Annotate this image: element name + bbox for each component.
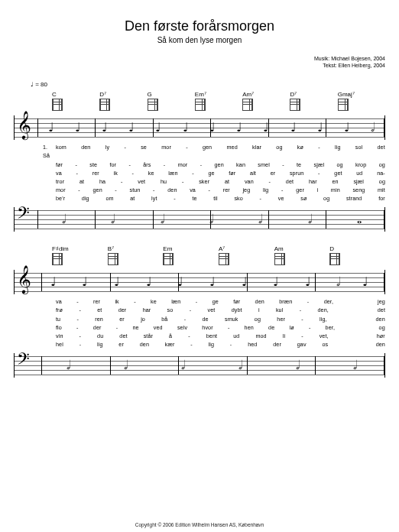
syllable: krop [355, 161, 366, 169]
syllable: det [378, 306, 385, 314]
syllable: bent [206, 332, 217, 340]
syllable: tror [56, 177, 64, 186]
syllable: - [209, 186, 211, 194]
bass-staff-wrap: 𝅗𝅥𝅗𝅥𝅗𝅥𝅗𝅥𝅗𝅥𝅗𝅥𝅝 [14, 207, 385, 232]
syllable: kul [276, 306, 284, 314]
syllable: det [286, 177, 294, 186]
chord-diagram-icon [108, 253, 118, 265]
syllable: og [379, 177, 385, 186]
syllable: ha [99, 177, 105, 186]
syllable: selv [177, 323, 187, 332]
syllable: ke [148, 169, 154, 177]
syllable: sko [234, 194, 243, 203]
credit-text: Tekst: Ellen Heiberg, 2004 [14, 62, 385, 69]
syllable: års [143, 161, 151, 169]
chord: G [148, 91, 195, 112]
syllable: ly [105, 143, 109, 160]
syllable: den [167, 186, 177, 194]
syllable: bå [161, 315, 167, 323]
syllable: - [228, 323, 230, 332]
chord-diagram-icon [290, 99, 300, 111]
syllable: og [379, 161, 385, 169]
syllable: va [56, 297, 62, 306]
syllable: - [128, 161, 131, 169]
syllable: før [233, 297, 240, 306]
syllable: ved [154, 323, 163, 332]
chord: D⁷ [99, 91, 147, 112]
syllable: va [190, 186, 196, 194]
syllable: sker [199, 177, 209, 186]
syllable: mod [255, 332, 266, 340]
syllable: stun [129, 186, 140, 194]
chord: C [52, 91, 99, 112]
syllable: tu [56, 315, 60, 323]
syllable: hør [377, 332, 385, 340]
syllable: en [332, 177, 338, 186]
syllable: - [75, 161, 77, 169]
syllable: gen [92, 186, 102, 194]
syllable: der, [324, 297, 333, 306]
lyric-line: 1. Så komdenly-semor-genmedklarogkø-ligs… [43, 143, 385, 160]
chord-diagram-icon [242, 99, 253, 111]
syllable: ik [115, 297, 118, 306]
syllable: ne [132, 323, 138, 332]
note-icons: 𝅗𝅥𝅗𝅥𝅗𝅥𝅗𝅥𝅗𝅥𝅗𝅥𝅝 [37, 207, 381, 232]
chord-diagram-icon [195, 99, 206, 111]
syllable: - [192, 169, 194, 177]
syllable: er [119, 315, 125, 323]
syllable: hel [56, 340, 63, 349]
note-icons: 𝅗𝅥𝅗𝅥𝅗𝅥𝅗𝅥𝅗𝅥𝅗𝅥 [37, 353, 381, 378]
syllable: sprun [290, 169, 303, 177]
chord-diagram-icon [148, 99, 158, 111]
syllable: - [115, 186, 117, 194]
syllable: vet, [320, 332, 329, 340]
syllable: og [276, 143, 282, 160]
chord: Em [163, 245, 219, 267]
syllable: den [376, 315, 385, 323]
chord: B⁷ [108, 245, 164, 267]
grand-staff: ♩♩♩♩♩♩♩♩♩♩♩♩𝅗𝅥 [14, 115, 385, 140]
note-icons: ♩♩♩♩♩♩♩♩♩𝅗𝅥♩ [37, 270, 381, 294]
sheet-title: Den første forårsmorgen [14, 18, 385, 34]
syllable: står [144, 332, 153, 340]
syllable: og [255, 315, 261, 323]
chord-diagram-icon [52, 253, 63, 265]
syllable: sol [355, 143, 363, 160]
syllable: mor [56, 186, 66, 194]
syllable: læn [171, 297, 180, 306]
syllable: smel [258, 161, 270, 169]
syllable: bræn [279, 297, 292, 306]
syllable: hen [245, 323, 254, 332]
syllable: gen [214, 161, 223, 169]
syllable: den [140, 340, 149, 349]
syllable: kær [165, 340, 175, 349]
syllable: til [213, 194, 218, 203]
syllable: for [109, 161, 116, 169]
syllable: te [192, 194, 196, 203]
syllable: har [143, 306, 151, 314]
syllable: - [190, 306, 192, 314]
syllable: før [229, 169, 235, 177]
syllable: sjæl [314, 161, 325, 169]
syllable: - [300, 306, 302, 314]
syllable: i [317, 186, 319, 194]
syllable: der [273, 340, 281, 349]
syllable: lig [209, 340, 215, 349]
syllable: lig [335, 143, 341, 160]
syllable: - [301, 315, 303, 323]
syllable: - [282, 161, 284, 169]
syllable: - [76, 323, 79, 332]
syllable: - [182, 177, 184, 186]
syllable: mor [178, 161, 188, 169]
syllable: - [79, 332, 82, 340]
syllable: dig [82, 194, 89, 203]
syllable: mor [161, 143, 171, 160]
syllable: mit [378, 186, 385, 194]
syllable: - [153, 186, 155, 194]
syllable: alt [250, 169, 256, 177]
bass-staff-wrap: 𝅗𝅥𝅗𝅥𝅗𝅥𝅗𝅥𝅗𝅥𝅗𝅥 [14, 353, 385, 378]
sheet-subtitle: Så kom den lyse morgen [14, 36, 385, 44]
syllable: å [169, 332, 172, 340]
syllable: hed [248, 340, 257, 349]
syllable: ber, [326, 323, 335, 332]
